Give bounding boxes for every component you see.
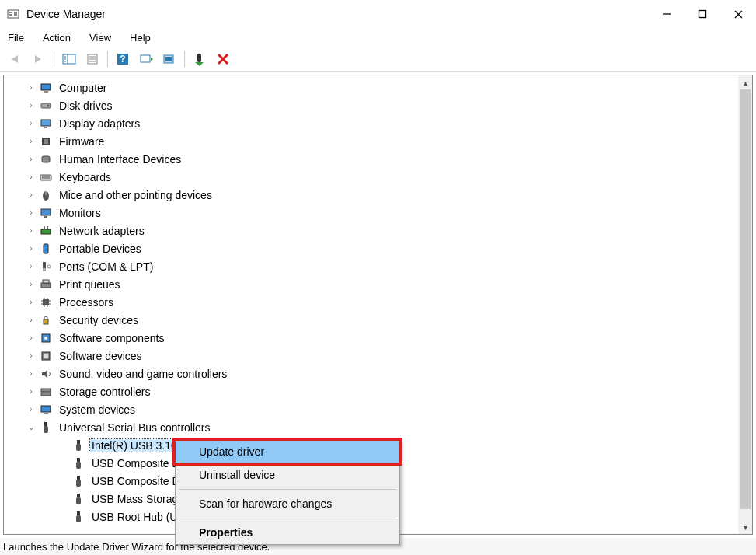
menu-view[interactable]: View (86, 30, 114, 45)
nav-forward-button[interactable] (28, 48, 50, 70)
chevron-right-icon[interactable]: › (26, 262, 37, 271)
chevron-right-icon[interactable]: › (26, 119, 37, 127)
svg-rect-70 (41, 389, 51, 392)
tree-category[interactable]: ›Print queues (4, 275, 738, 293)
svg-rect-47 (47, 226, 48, 229)
tree-category[interactable]: ›Software components (4, 329, 738, 347)
close-button[interactable] (720, 0, 756, 28)
chevron-right-icon[interactable]: › (26, 333, 37, 342)
category-label: Monitors (57, 207, 103, 219)
svg-rect-2 (9, 14, 12, 16)
tree-category[interactable]: ›Human Interface Devices (4, 150, 738, 168)
menu-action[interactable]: Action (40, 30, 74, 45)
menubar: File Action View Help (0, 28, 756, 47)
svg-rect-85 (76, 497, 81, 504)
tree-category[interactable]: ›System devices (4, 400, 738, 418)
svg-point-32 (47, 104, 50, 106)
tree-category[interactable]: ›Software devices (4, 347, 738, 365)
chevron-right-icon[interactable]: › (26, 369, 37, 378)
tree-category[interactable]: ›Monitors (4, 204, 738, 222)
device-label: USB Mass Storage (90, 493, 186, 505)
chevron-right-icon[interactable]: › (26, 405, 37, 414)
chevron-right-icon[interactable]: › (26, 101, 37, 110)
chevron-right-icon[interactable]: › (26, 137, 37, 145)
svg-rect-5 (699, 11, 706, 18)
update-driver-tb-button[interactable] (159, 48, 180, 70)
context-menu-item[interactable]: Properties (176, 521, 399, 544)
svg-rect-77 (44, 426, 48, 433)
toolbar-separator (107, 51, 108, 68)
svg-rect-37 (42, 156, 50, 162)
enable-device-button[interactable] (189, 48, 211, 70)
category-label: Disk drives (57, 99, 113, 112)
portable-icon (39, 242, 53, 256)
chevron-right-icon[interactable]: › (26, 155, 37, 163)
system-icon (39, 403, 53, 417)
context-menu-item[interactable]: Uninstall device (176, 463, 399, 487)
chevron-right-icon[interactable]: › (26, 226, 37, 235)
tree-category[interactable]: ⌄Universal Serial Bus controllers (4, 418, 738, 436)
tree-category[interactable]: ›Computer (4, 79, 738, 96)
help-button[interactable]: ? (112, 48, 134, 70)
chevron-right-icon[interactable]: › (26, 298, 37, 306)
svg-rect-25 (197, 54, 201, 62)
category-label: Sound, video and game controllers (57, 368, 228, 380)
window-controls (649, 0, 756, 28)
usb-dev-icon (71, 474, 85, 488)
tree-category[interactable]: ›Display adapters (4, 114, 738, 132)
svg-marker-8 (12, 55, 18, 63)
svg-rect-46 (44, 226, 45, 229)
chevron-right-icon[interactable]: › (26, 351, 37, 360)
tree-category[interactable]: ›Security devices (4, 311, 738, 329)
nav-back-button[interactable] (5, 48, 26, 70)
category-label: Software devices (57, 350, 144, 362)
context-menu-separator (179, 518, 396, 518)
scroll-down-button[interactable]: ▾ (738, 520, 752, 534)
scroll-up-button[interactable]: ▴ (738, 75, 752, 89)
swdev-icon (39, 349, 53, 363)
maximize-button[interactable] (685, 0, 720, 28)
uninstall-device-button[interactable] (212, 48, 234, 70)
tree-category[interactable]: ›Mice and other pointing devices (4, 186, 738, 204)
swcomp-icon (39, 331, 53, 345)
tree-category[interactable]: ›Network adapters (4, 222, 738, 239)
chevron-right-icon[interactable]: › (26, 316, 37, 324)
chevron-right-icon[interactable]: › (26, 387, 37, 396)
chevron-right-icon[interactable]: › (26, 83, 37, 92)
svg-rect-68 (44, 354, 48, 358)
vertical-scrollbar[interactable]: ▴ ▾ (738, 75, 752, 534)
tree-category[interactable]: ›Ports (COM & LPT) (4, 257, 738, 275)
svg-marker-22 (151, 58, 153, 61)
scan-hardware-button[interactable] (135, 48, 157, 70)
chevron-right-icon[interactable]: › (26, 208, 37, 217)
titlebar: Device Manager (0, 0, 756, 28)
sound-icon (39, 367, 53, 381)
svg-rect-54 (43, 280, 49, 283)
tree-category[interactable]: ›Sound, video and game controllers (4, 365, 738, 382)
category-label: Software components (57, 332, 165, 344)
chevron-right-icon[interactable]: › (26, 244, 37, 253)
minimize-button[interactable] (649, 0, 685, 28)
category-label: Print queues (57, 278, 122, 291)
tree-category[interactable]: ›Firmware (4, 132, 738, 150)
tree-category[interactable]: ›Storage controllers (4, 382, 738, 400)
scroll-thumb[interactable] (740, 89, 751, 509)
category-label: Display adapters (57, 117, 141, 130)
chevron-down-icon[interactable]: ⌄ (26, 423, 37, 431)
properties-button[interactable] (82, 48, 103, 70)
tree-category[interactable]: ›Portable Devices (4, 239, 738, 257)
chevron-right-icon[interactable]: › (26, 190, 37, 199)
menu-help[interactable]: Help (127, 30, 154, 45)
svg-rect-83 (76, 480, 81, 487)
chevron-right-icon[interactable]: › (26, 280, 37, 288)
show-hide-tree-button[interactable] (58, 48, 80, 70)
context-menu: Update driverUninstall deviceScan for ha… (175, 439, 400, 545)
context-menu-item[interactable]: Update driver (176, 440, 399, 463)
category-label: Universal Serial Bus controllers (57, 421, 212, 434)
context-menu-item[interactable]: Scan for hardware changes (176, 492, 399, 515)
tree-category[interactable]: ›Keyboards (4, 168, 738, 186)
menu-file[interactable]: File (5, 30, 27, 45)
chevron-right-icon[interactable]: › (26, 173, 37, 181)
tree-category[interactable]: ›Processors (4, 293, 738, 311)
tree-category[interactable]: ›Disk drives (4, 96, 738, 114)
